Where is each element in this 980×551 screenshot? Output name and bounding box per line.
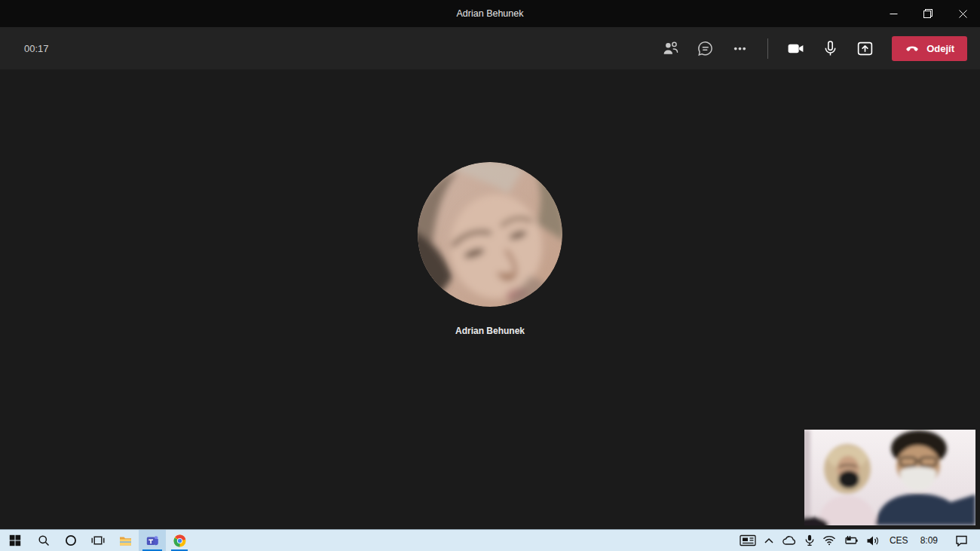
cortana-icon <box>65 534 77 546</box>
avatar-photo <box>418 162 562 307</box>
call-toolbar: 00:17 <box>0 27 980 69</box>
microphone-in-use-button[interactable] <box>801 530 819 551</box>
task-view-icon <box>91 534 105 546</box>
show-hidden-icons-button[interactable] <box>760 530 778 551</box>
participants-button[interactable] <box>658 36 683 61</box>
chat-button[interactable] <box>693 36 718 61</box>
teams-icon <box>146 534 159 547</box>
close-button[interactable] <box>945 0 980 27</box>
action-center-button[interactable] <box>951 530 977 551</box>
search-icon <box>38 534 50 546</box>
participant-avatar <box>418 162 562 307</box>
leave-call-button[interactable]: Odejít <box>892 36 967 61</box>
task-view-button[interactable] <box>84 530 112 551</box>
tray-microphone-icon <box>804 534 815 546</box>
more-options-icon <box>730 39 749 58</box>
volume-icon <box>866 535 880 546</box>
cloud-icon <box>782 535 797 546</box>
self-view-video[interactable] <box>804 430 975 525</box>
language-indicator[interactable]: CES <box>884 530 914 551</box>
taskbar-teams-button[interactable] <box>139 530 166 551</box>
camera-button[interactable] <box>783 36 808 61</box>
participant-name: Adrian Behunek <box>369 326 611 336</box>
volume-tray-button[interactable] <box>862 530 884 551</box>
toolbar-divider <box>767 38 768 59</box>
microphone-button[interactable] <box>818 36 843 61</box>
leave-call-label: Odejít <box>926 43 954 54</box>
restore-icon <box>923 9 933 18</box>
share-screen-button[interactable] <box>853 36 877 61</box>
battery-tray-button[interactable] <box>840 530 862 551</box>
news-icon <box>740 534 756 547</box>
window-controls <box>876 0 980 27</box>
news-and-interests-button[interactable] <box>736 530 760 551</box>
chrome-icon <box>173 534 186 547</box>
windows-logo-icon <box>9 534 21 546</box>
self-view-camera-frame <box>804 430 975 525</box>
restore-button[interactable] <box>911 0 945 27</box>
file-explorer-icon <box>119 535 132 546</box>
screen: Adrian Behunek <box>0 0 980 551</box>
taskbar-search-button[interactable] <box>30 530 57 551</box>
clock[interactable]: 8:09 <box>914 530 944 551</box>
window-title-bar: Adrian Behunek <box>0 0 980 27</box>
taskbar-chrome-button[interactable] <box>166 530 193 551</box>
microphone-icon <box>821 39 840 58</box>
onedrive-tray-button[interactable] <box>778 530 801 551</box>
file-explorer-button[interactable] <box>112 530 139 551</box>
participant-tile: Adrian Behunek <box>369 162 611 336</box>
battery-charging-icon <box>844 535 859 546</box>
wifi-icon <box>822 535 836 546</box>
cortana-button[interactable] <box>57 530 84 551</box>
camera-icon <box>786 39 805 58</box>
chevron-up-icon <box>764 537 774 544</box>
more-options-button[interactable] <box>727 36 752 61</box>
share-screen-icon <box>856 39 874 58</box>
window-title: Adrian Behunek <box>457 8 524 19</box>
start-button[interactable] <box>0 530 30 551</box>
call-timer: 00:17 <box>24 43 49 54</box>
wifi-tray-button[interactable] <box>819 530 840 551</box>
call-controls: Odejít <box>658 36 967 61</box>
hang-up-icon <box>905 41 920 56</box>
minimize-button[interactable] <box>876 0 911 27</box>
windows-taskbar: CES 8:09 <box>0 529 980 551</box>
chat-icon <box>696 39 715 58</box>
participants-icon <box>661 39 680 58</box>
action-center-icon <box>955 534 968 546</box>
close-icon <box>959 10 967 18</box>
minimize-icon <box>890 10 898 18</box>
system-tray: CES 8:09 <box>736 530 980 551</box>
